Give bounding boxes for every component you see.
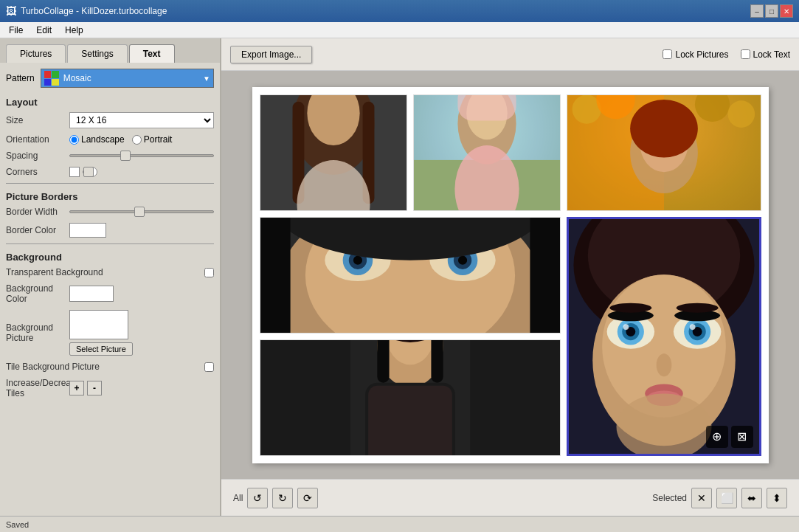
border-width-row: Border Width bbox=[6, 207, 214, 217]
tile-bg-label: Tile Background Picture bbox=[6, 362, 200, 372]
photo-cell-5[interactable]: ⊕ ⊠ bbox=[567, 217, 761, 456]
remove-selected-button[interactable]: ✕ bbox=[691, 488, 712, 508]
layout-header: Layout bbox=[6, 97, 214, 108]
tile-bg-checkbox[interactable] bbox=[204, 362, 214, 372]
corners-track bbox=[83, 170, 84, 173]
svg-point-52 bbox=[623, 324, 629, 330]
orientation-label: Orientation bbox=[6, 134, 65, 145]
spacing-slider[interactable] bbox=[69, 154, 214, 157]
title-bar: 🖼 TurboCollage - KillDozer.turbocollage … bbox=[0, 0, 799, 22]
bg-picture-row: Background Picture Select Picture bbox=[6, 310, 214, 356]
transparent-bg-row: Transparent Background bbox=[6, 267, 214, 277]
mosaic-cell-yellow bbox=[52, 79, 59, 86]
tab-bar: Pictures Settings Text bbox=[0, 38, 220, 63]
inc-dec-row: Increase/Decrease Tiles + - bbox=[6, 378, 214, 398]
svg-point-57 bbox=[689, 324, 695, 330]
border-width-slider[interactable] bbox=[69, 210, 214, 213]
photo-svg-1 bbox=[260, 95, 407, 210]
spacing-track bbox=[69, 154, 214, 157]
svg-rect-75 bbox=[377, 340, 389, 383]
select-picture-button[interactable]: Select Picture bbox=[69, 342, 133, 356]
toolbar: Export Image... Lock Pictures Lock Text bbox=[221, 38, 799, 71]
svg-rect-35 bbox=[260, 218, 291, 333]
lock-text-label: Lock Text bbox=[753, 49, 790, 60]
photo-cell-4[interactable] bbox=[260, 217, 561, 334]
photo-cell-3[interactable] bbox=[567, 94, 761, 211]
lock-text-checkbox[interactable] bbox=[741, 49, 750, 59]
status-bar: Saved bbox=[0, 516, 799, 532]
menu-edit[interactable]: Edit bbox=[30, 24, 58, 37]
increase-button[interactable]: + bbox=[69, 381, 84, 395]
tab-pictures[interactable]: Pictures bbox=[6, 44, 66, 63]
bg-color-swatch[interactable] bbox=[69, 286, 114, 302]
mosaic-cell-red bbox=[44, 71, 52, 78]
border-color-swatch[interactable] bbox=[69, 223, 106, 238]
main: Pictures Settings Text Pattern Mosaic ▼ bbox=[0, 38, 799, 516]
selected-section: Selected ✕ ⬜ ⬌ ⬍ bbox=[652, 488, 787, 508]
photo-cell-1[interactable] bbox=[260, 94, 407, 211]
pattern-row: Pattern Mosaic ▼ bbox=[6, 69, 214, 88]
photo-svg-6 bbox=[260, 340, 560, 455]
landscape-radio[interactable] bbox=[69, 135, 79, 145]
mosaic-cell-blue bbox=[44, 79, 52, 86]
tab-settings[interactable]: Settings bbox=[67, 44, 127, 63]
portrait-radio[interactable] bbox=[132, 135, 142, 145]
corners-slider[interactable] bbox=[83, 170, 84, 173]
pattern-select[interactable]: Mosaic ▼ bbox=[41, 69, 214, 88]
border-width-track bbox=[69, 210, 214, 213]
portrait-label: Portrait bbox=[144, 134, 173, 145]
pattern-label: Pattern bbox=[6, 73, 35, 83]
photo-svg-4 bbox=[260, 218, 560, 333]
spacing-thumb[interactable] bbox=[120, 151, 131, 161]
refresh-button[interactable]: ⟳ bbox=[297, 488, 318, 508]
status-text: Saved bbox=[6, 520, 29, 529]
fit-button[interactable]: ⬜ bbox=[716, 488, 737, 508]
remove-icon[interactable]: ⊠ bbox=[731, 426, 753, 448]
lock-pictures-checkbox[interactable] bbox=[663, 49, 672, 59]
restore-button[interactable]: □ bbox=[765, 4, 778, 18]
title-bar-controls: – □ ✕ bbox=[750, 4, 793, 18]
svg-point-20 bbox=[630, 99, 698, 157]
rotate-cw-button[interactable]: ↻ bbox=[272, 488, 293, 508]
svg-point-27 bbox=[353, 255, 362, 264]
menu-file[interactable]: File bbox=[3, 24, 29, 37]
minimize-button[interactable]: – bbox=[750, 4, 764, 18]
border-width-thumb[interactable] bbox=[134, 207, 145, 217]
export-button[interactable]: Export Image... bbox=[230, 46, 312, 63]
landscape-option[interactable]: Landscape bbox=[69, 134, 125, 145]
inc-dec-controls: + - bbox=[69, 381, 102, 395]
photo-svg-5 bbox=[569, 219, 759, 454]
stretch-v-button[interactable]: ⬍ bbox=[767, 488, 787, 508]
corners-label: Corners bbox=[6, 167, 65, 177]
stretch-h-button[interactable]: ⬌ bbox=[741, 488, 762, 508]
portrait-option[interactable]: Portrait bbox=[132, 134, 173, 145]
border-color-row: Border Color bbox=[6, 223, 214, 238]
bg-picture-label: Background Picture bbox=[6, 322, 65, 343]
menu-help[interactable]: Help bbox=[59, 24, 89, 37]
bg-color-label: Background Color bbox=[6, 283, 65, 304]
photo-cell-2[interactable] bbox=[413, 94, 561, 211]
decrease-button[interactable]: - bbox=[87, 381, 102, 395]
lock-pictures-group: Lock Pictures bbox=[663, 49, 728, 60]
zoom-in-icon[interactable]: ⊕ bbox=[706, 426, 728, 448]
collage: ⊕ ⊠ bbox=[252, 87, 769, 463]
close-button[interactable]: ✕ bbox=[780, 4, 793, 18]
title-bar-left: 🖼 TurboCollage - KillDozer.turbocollage bbox=[6, 5, 167, 17]
panel-content: Pattern Mosaic ▼ Layout Size 12 bbox=[0, 63, 220, 516]
rotate-ccw-button[interactable]: ↺ bbox=[247, 488, 268, 508]
svg-point-62 bbox=[656, 353, 671, 376]
corners-thumb[interactable] bbox=[83, 167, 94, 177]
corners-checkbox[interactable] bbox=[69, 167, 80, 177]
bottom-bar: All ↺ ↻ ⟳ Selected ✕ ⬜ ⬌ ⬍ bbox=[221, 479, 799, 516]
svg-point-60 bbox=[609, 303, 651, 312]
transparent-bg-checkbox[interactable] bbox=[204, 268, 214, 277]
size-select[interactable]: 12 X 16 bbox=[69, 112, 214, 128]
all-label: All bbox=[233, 493, 243, 503]
mosaic-icon bbox=[44, 71, 59, 86]
mosaic-cell-green bbox=[52, 71, 59, 78]
svg-rect-36 bbox=[530, 218, 560, 333]
tab-text[interactable]: Text bbox=[129, 44, 175, 63]
photo-cell-6[interactable] bbox=[260, 339, 561, 456]
bg-picture-controls: Select Picture bbox=[69, 310, 133, 356]
left-panel: Pictures Settings Text Pattern Mosaic ▼ bbox=[0, 38, 221, 516]
